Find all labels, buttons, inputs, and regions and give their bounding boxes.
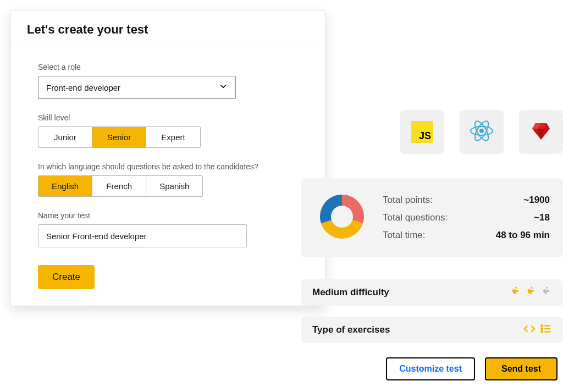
create-test-card: Let's create your test Select a role Fro… (10, 10, 326, 306)
tech-ruby (519, 110, 563, 154)
stat-label: Total time: (383, 230, 425, 241)
stat-row-time: Total time: 48 to 96 min (383, 227, 550, 244)
card-title: Let's create your test (10, 10, 325, 47)
list-icon (540, 323, 552, 338)
language-label: In which language should questions be as… (38, 162, 298, 171)
test-name-label: Name your test (38, 211, 298, 220)
language-option-english[interactable]: English (38, 176, 92, 196)
puzzle-icon (510, 286, 521, 300)
code-icon (523, 323, 536, 338)
language-option-spanish[interactable]: Spanish (146, 176, 202, 196)
test-name-input[interactable] (38, 224, 247, 247)
tech-js: JS (400, 110, 444, 154)
puzzle-icon-inactive (541, 286, 552, 300)
skill-label: Skill level (38, 113, 298, 122)
send-test-button[interactable]: Send test (485, 357, 558, 380)
role-label: Select a role (38, 63, 298, 71)
stat-label: Total questions: (383, 212, 448, 223)
svg-point-0 (479, 129, 484, 133)
summary-stats: Total points: ~1900 Total questions: ~18… (383, 191, 550, 244)
svg-point-13 (541, 328, 543, 329)
language-option-french[interactable]: French (92, 176, 146, 196)
stat-row-questions: Total questions: ~18 (383, 209, 550, 227)
svg-point-8 (332, 207, 352, 227)
skill-segmented: Junior Senior Expert (38, 126, 201, 148)
difficulty-label: Medium difficulty (312, 287, 389, 298)
difficulty-strip[interactable]: Medium difficulty (301, 279, 563, 306)
stat-value: 48 to 96 min (496, 230, 550, 241)
skill-option-expert[interactable]: Expert (146, 127, 200, 147)
summary-card: Total points: ~1900 Total questions: ~18… (301, 178, 563, 257)
summary-donut-chart (314, 189, 369, 246)
stat-value: ~18 (534, 212, 550, 223)
javascript-icon: JS (411, 121, 433, 143)
puzzle-icon (526, 286, 537, 300)
language-field: In which language should questions be as… (38, 162, 298, 197)
skill-option-junior[interactable]: Junior (38, 127, 92, 147)
ruby-icon (530, 120, 552, 144)
skill-option-senior[interactable]: Senior (92, 127, 146, 147)
language-segmented: English French Spanish (38, 175, 203, 197)
exercises-icons (523, 323, 552, 338)
role-field: Select a role Front-end developer (38, 63, 298, 99)
role-select-wrap: Front-end developer (38, 76, 236, 99)
card-body: Select a role Front-end developer Skill … (10, 47, 325, 306)
stat-label: Total points: (383, 195, 433, 206)
difficulty-icons (510, 286, 552, 300)
tech-icons-row: JS (400, 110, 563, 154)
exercises-strip[interactable]: Type of exercises (301, 317, 563, 343)
exercises-label: Type of exercises (312, 324, 390, 335)
stat-value: ~1900 (523, 195, 550, 206)
action-row: Customize test Send test (386, 357, 558, 380)
skill-field: Skill level Junior Senior Expert (38, 113, 298, 148)
stat-row-points: Total points: ~1900 (383, 191, 550, 209)
role-select-value: Front-end developer (46, 83, 120, 92)
test-name-field: Name your test (38, 211, 298, 247)
tech-react (460, 110, 504, 154)
customize-test-button[interactable]: Customize test (386, 357, 475, 380)
create-button[interactable]: Create (38, 265, 95, 289)
svg-point-12 (541, 325, 543, 327)
role-select[interactable]: Front-end developer (38, 76, 236, 99)
svg-point-14 (541, 331, 543, 333)
react-icon (470, 119, 494, 145)
